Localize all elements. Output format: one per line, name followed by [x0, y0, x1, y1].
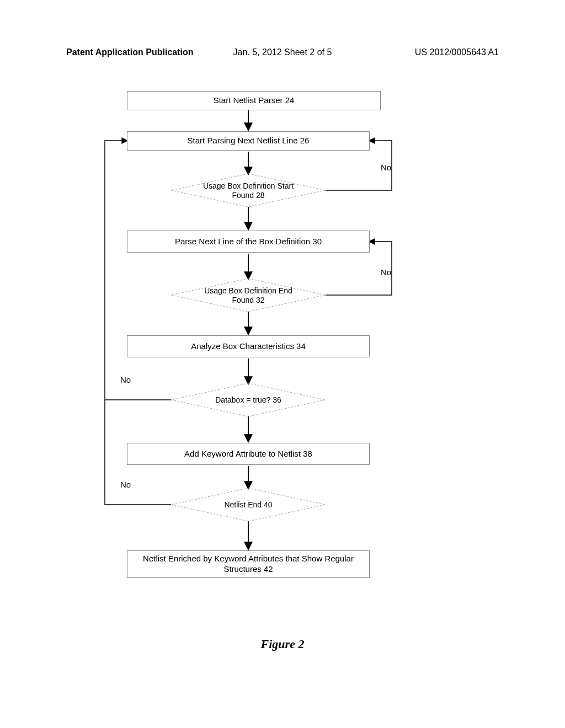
header-center: Jan. 5, 2012 Sheet 2 of 5 — [233, 47, 332, 57]
svg-marker-11 — [171, 383, 326, 416]
flowchart: Start Netlist Parser 24 Start Parsing Ne… — [94, 88, 403, 629]
svg-marker-9 — [171, 174, 326, 207]
header-left: Patent Application Publication — [66, 47, 194, 57]
no-label-32: No — [381, 267, 391, 277]
enriched-node: Netlist Enriched by Keyword Attributes t… — [127, 550, 370, 578]
no-label-28: No — [381, 163, 391, 172]
svg-marker-12 — [171, 488, 326, 521]
no-label-40: No — [120, 480, 131, 489]
start-node: Start Netlist Parser 24 — [127, 91, 381, 110]
parse-box-line-node: Parse Next Line of the Box Definition 30 — [127, 231, 370, 253]
svg-marker-10 — [171, 279, 326, 312]
analyze-node: Analyze Box Characteristics 34 — [127, 335, 370, 357]
add-keyword-node: Add Keyword Attribute to Netlist 38 — [127, 443, 370, 465]
no-label-36: No — [120, 375, 131, 384]
header-right: US 2012/0005643 A1 — [415, 47, 499, 57]
figure-caption: Figure 2 — [0, 637, 565, 651]
parse-line-node: Start Parsing Next Netlist Line 26 — [127, 131, 370, 151]
